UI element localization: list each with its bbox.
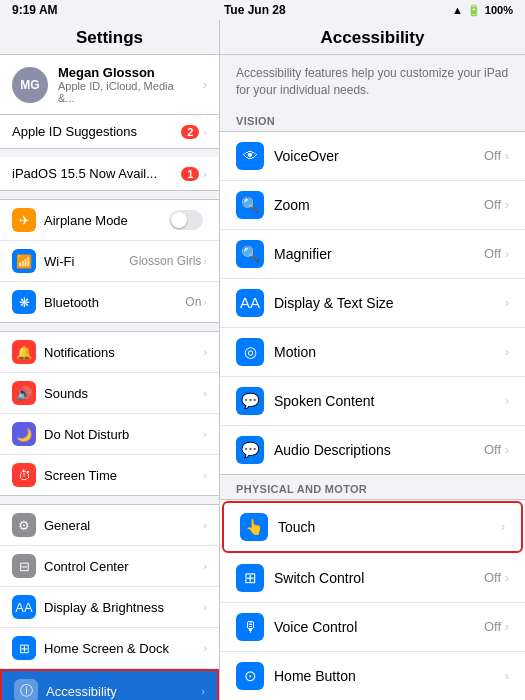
bluetooth-chevron: › bbox=[203, 296, 207, 308]
avatar: MG bbox=[12, 67, 48, 103]
sounds-icon: 🔊 bbox=[12, 381, 36, 405]
sidebar-item-bluetooth[interactable]: ❋BluetoothOn› bbox=[0, 282, 219, 322]
zoom-right-label: Zoom bbox=[274, 197, 484, 213]
sidebar-item-accessibility[interactable]: ⓘAccessibility› bbox=[0, 669, 219, 700]
switchcontrol-right-chevron: › bbox=[505, 571, 509, 585]
sidebar-item-wifi[interactable]: 📶Wi-FiGlosson Girls› bbox=[0, 241, 219, 282]
voicecontrol-right-icon: 🎙 bbox=[236, 613, 264, 641]
right-item-displaytext[interactable]: AADisplay & Text Size› bbox=[220, 279, 525, 328]
wifi-icon: ▲ bbox=[452, 4, 463, 16]
sidebar-item-controlcenter[interactable]: ⊟Control Center› bbox=[0, 546, 219, 587]
display-label: Display & Brightness bbox=[44, 600, 203, 615]
homescreen-chevron: › bbox=[203, 642, 207, 654]
zoom-right-chevron: › bbox=[505, 198, 509, 212]
controlcenter-icon: ⊟ bbox=[12, 554, 36, 578]
wifi-value: Glosson Girls bbox=[129, 254, 201, 268]
magnifier-right-label: Magnifier bbox=[274, 246, 484, 262]
main-container: Settings MG Megan Glosson Apple ID, iClo… bbox=[0, 20, 525, 700]
status-indicators: ▲ 🔋 100% bbox=[452, 4, 513, 17]
voicecontrol-right-chevron: › bbox=[505, 620, 509, 634]
sidebar-section-2: ⚙General›⊟Control Center›AADisplay & Bri… bbox=[0, 504, 219, 700]
right-item-touch[interactable]: 👆Touch› bbox=[222, 501, 523, 553]
right-item-audiodesc[interactable]: 💬Audio DescriptionsOff› bbox=[220, 426, 525, 474]
homescreen-label: Home Screen & Dock bbox=[44, 641, 203, 656]
general-label: General bbox=[44, 518, 203, 533]
update-row[interactable]: iPadOS 15.5 Now Avail... 1 › bbox=[0, 157, 219, 191]
notifications-chevron: › bbox=[203, 346, 207, 358]
profile-row[interactable]: MG Megan Glosson Apple ID, iCloud, Media… bbox=[0, 55, 219, 115]
zoom-right-icon: 🔍 bbox=[236, 191, 264, 219]
status-bar: 9:19 AM Tue Jun 28 ▲ 🔋 100% bbox=[0, 0, 525, 20]
voiceover-right-chevron: › bbox=[505, 149, 509, 163]
sidebar-item-donotdisturb[interactable]: 🌙Do Not Disturb› bbox=[0, 414, 219, 455]
right-description: Accessibility features help you customiz… bbox=[220, 55, 525, 107]
right-item-voicecontrol[interactable]: 🎙Voice ControlOff› bbox=[220, 603, 525, 652]
accessibility-icon: ⓘ bbox=[14, 679, 38, 700]
magnifier-right-chevron: › bbox=[505, 247, 509, 261]
accessibility-chevron: › bbox=[201, 685, 205, 697]
sidebar-item-screentime[interactable]: ⏱Screen Time› bbox=[0, 455, 219, 495]
sidebar-section-0: ✈Airplane Mode📶Wi-FiGlosson Girls›❋Bluet… bbox=[0, 199, 219, 323]
suggestions-badge: 2 bbox=[181, 125, 199, 139]
sidebar-item-sounds[interactable]: 🔊Sounds› bbox=[0, 373, 219, 414]
audiodesc-right-icon: 💬 bbox=[236, 436, 264, 464]
wifi-label: Wi-Fi bbox=[44, 254, 129, 269]
bluetooth-label: Bluetooth bbox=[44, 295, 185, 310]
sidebar-items: ✈Airplane Mode📶Wi-FiGlosson Girls›❋Bluet… bbox=[0, 199, 219, 700]
display-chevron: › bbox=[203, 601, 207, 613]
sidebar-item-homescreen[interactable]: ⊞Home Screen & Dock› bbox=[0, 628, 219, 669]
audiodesc-right-chevron: › bbox=[505, 443, 509, 457]
audiodesc-right-label: Audio Descriptions bbox=[274, 442, 484, 458]
suggestions-row[interactable]: Apple ID Suggestions 2 › bbox=[0, 115, 219, 149]
screentime-icon: ⏱ bbox=[12, 463, 36, 487]
suggestions-chevron: › bbox=[203, 126, 207, 138]
controlcenter-label: Control Center bbox=[44, 559, 203, 574]
screentime-label: Screen Time bbox=[44, 468, 203, 483]
right-item-voiceover[interactable]: 👁VoiceOverOff› bbox=[220, 132, 525, 181]
wifi-icon: 📶 bbox=[12, 249, 36, 273]
accessibility-label: Accessibility bbox=[46, 684, 201, 699]
voicecontrol-right-value: Off bbox=[484, 619, 501, 634]
controlcenter-chevron: › bbox=[203, 560, 207, 572]
notifications-icon: 🔔 bbox=[12, 340, 36, 364]
homebutton-right-icon: ⊙ bbox=[236, 662, 264, 690]
donotdisturb-label: Do Not Disturb bbox=[44, 427, 203, 442]
screentime-chevron: › bbox=[203, 469, 207, 481]
sounds-label: Sounds bbox=[44, 386, 203, 401]
touch-right-label: Touch bbox=[278, 519, 501, 535]
motion-right-icon: ◎ bbox=[236, 338, 264, 366]
sidebar-title: Settings bbox=[0, 20, 219, 55]
switchcontrol-right-icon: ⊞ bbox=[236, 564, 264, 592]
switchcontrol-right-value: Off bbox=[484, 570, 501, 585]
right-item-spokencontent[interactable]: 💬Spoken Content› bbox=[220, 377, 525, 426]
right-item-motion[interactable]: ◎Motion› bbox=[220, 328, 525, 377]
battery-icon: 🔋 bbox=[467, 4, 481, 17]
status-day: Tue Jun 28 bbox=[224, 3, 286, 17]
airplane-icon: ✈ bbox=[12, 208, 36, 232]
right-item-zoom[interactable]: 🔍ZoomOff› bbox=[220, 181, 525, 230]
right-item-homebutton[interactable]: ⊙Home Button› bbox=[220, 652, 525, 700]
sidebar-section-1: 🔔Notifications›🔊Sounds›🌙Do Not Disturb›⏱… bbox=[0, 331, 219, 496]
update-chevron: › bbox=[203, 168, 207, 180]
switchcontrol-right-label: Switch Control bbox=[274, 570, 484, 586]
magnifier-right-icon: 🔍 bbox=[236, 240, 264, 268]
status-time: 9:19 AM bbox=[12, 3, 58, 17]
zoom-right-value: Off bbox=[484, 197, 501, 212]
sidebar-item-display[interactable]: AADisplay & Brightness› bbox=[0, 587, 219, 628]
motion-right-chevron: › bbox=[505, 345, 509, 359]
touch-right-chevron: › bbox=[501, 520, 505, 534]
right-item-switchcontrol[interactable]: ⊞Switch ControlOff› bbox=[220, 554, 525, 603]
spokencontent-right-icon: 💬 bbox=[236, 387, 264, 415]
displaytext-right-chevron: › bbox=[505, 296, 509, 310]
homescreen-icon: ⊞ bbox=[12, 636, 36, 660]
sidebar-item-airplane[interactable]: ✈Airplane Mode bbox=[0, 200, 219, 241]
notifications-label: Notifications bbox=[44, 345, 203, 360]
voicecontrol-right-label: Voice Control bbox=[274, 619, 484, 635]
sidebar-item-general[interactable]: ⚙General› bbox=[0, 505, 219, 546]
airplane-toggle[interactable] bbox=[169, 210, 203, 230]
right-item-magnifier[interactable]: 🔍MagnifierOff› bbox=[220, 230, 525, 279]
displaytext-right-label: Display & Text Size bbox=[274, 295, 505, 311]
profile-name: Megan Glosson bbox=[58, 65, 193, 80]
audiodesc-right-value: Off bbox=[484, 442, 501, 457]
sidebar-item-notifications[interactable]: 🔔Notifications› bbox=[0, 332, 219, 373]
